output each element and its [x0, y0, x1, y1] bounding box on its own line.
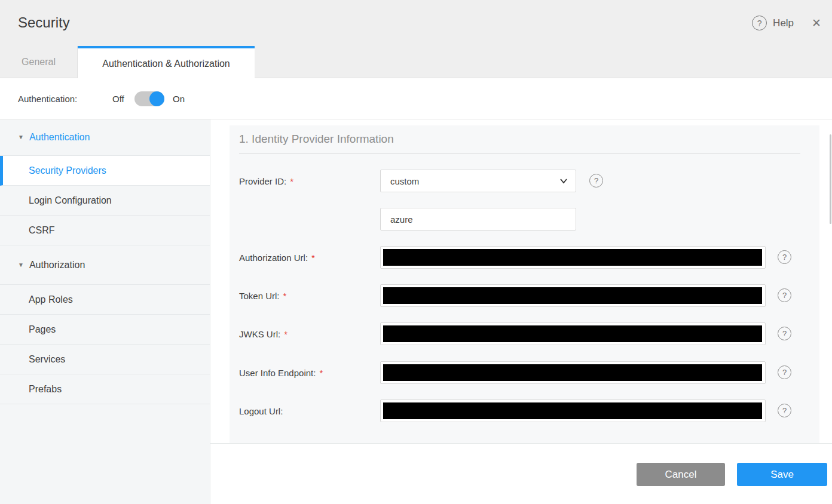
authorization-url-row: Authorization Url: * ? — [239, 246, 819, 269]
authorization-url-label: Authorization Url: * — [239, 246, 375, 269]
jwks-url-label: JWKS Url: * — [239, 322, 375, 345]
sidebar-group-label: Authorization — [29, 260, 85, 271]
sidebar-item-security-providers[interactable]: Security Providers — [0, 156, 210, 186]
tab-authentication-authorization[interactable]: Authentication & Authorization — [78, 46, 255, 79]
identity-provider-panel: 1. Identity Provider Information Provide… — [230, 125, 819, 443]
dialog-body: ▼ Authentication Security Providers Logi… — [0, 119, 832, 504]
provider-id-row: Provider ID: * custom ? — [239, 170, 819, 192]
cancel-button[interactable]: Cancel — [637, 463, 725, 486]
sidebar-group-authentication[interactable]: ▼ Authentication — [0, 119, 210, 156]
toggle-knob — [149, 91, 164, 106]
user-info-endpoint-label: User Info Endpoint: * — [239, 361, 375, 384]
sidebar-item-label: Login Configuration — [29, 195, 112, 206]
provider-id-label: Provider ID: * — [239, 170, 375, 192]
provider-id-selected-value: custom — [390, 170, 419, 192]
authorization-url-input[interactable] — [380, 246, 766, 269]
token-url-input[interactable] — [380, 284, 766, 307]
logout-url-input[interactable] — [380, 399, 766, 422]
token-url-help-icon[interactable]: ? — [778, 288, 791, 302]
sidebar-item-label: App Roles — [29, 294, 73, 305]
jwks-url-row: JWKS Url: * ? — [239, 322, 819, 345]
toggle-on-label: On — [173, 78, 185, 119]
sidebar-item-pages[interactable]: Pages — [0, 315, 210, 345]
header-actions: ? Help ✕ — [752, 0, 821, 46]
sidebar-group-label: Authentication — [29, 132, 90, 143]
help-icon: ? — [752, 16, 767, 30]
save-button[interactable]: Save — [737, 463, 827, 486]
sidebar: ▼ Authentication Security Providers Logi… — [0, 119, 210, 504]
footer-divider — [210, 443, 832, 444]
required-asterisk: * — [319, 368, 323, 378]
tab-general[interactable]: General — [0, 46, 78, 78]
redacted-value — [383, 364, 762, 381]
sidebar-group-authorization[interactable]: ▼ Authorization — [0, 245, 210, 285]
toggle-off-label: Off — [112, 78, 124, 119]
page-title: Security — [18, 14, 70, 31]
provider-name-input[interactable]: azure — [380, 208, 576, 231]
section-title: 1. Identity Provider Information — [239, 133, 394, 146]
required-asterisk: * — [284, 329, 287, 339]
user-info-endpoint-input[interactable] — [380, 361, 766, 384]
tab-auth-label: Authentication & Authorization — [102, 59, 230, 69]
redacted-value — [383, 287, 762, 304]
logout-url-label: Logout Url: — [239, 399, 375, 422]
required-asterisk: * — [290, 176, 293, 186]
dialog-header: Security ? Help ✕ — [0, 0, 832, 46]
sidebar-item-prefabs[interactable]: Prefabs — [0, 374, 210, 404]
provider-name-value: azure — [390, 208, 413, 230]
tab-general-label: General — [22, 57, 56, 67]
provider-id-help-icon[interactable]: ? — [589, 174, 603, 188]
close-icon[interactable]: ✕ — [812, 17, 821, 29]
sidebar-item-label: Prefabs — [29, 384, 62, 395]
provider-name-row: azure — [239, 208, 819, 231]
security-dialog: Security ? Help ✕ General Authentication… — [0, 0, 832, 504]
sidebar-item-csrf[interactable]: CSRF — [0, 216, 210, 245]
authorization-url-help-icon[interactable]: ? — [778, 250, 791, 264]
sidebar-item-label: CSRF — [29, 225, 55, 236]
vertical-scrollbar-thumb[interactable] — [830, 134, 831, 224]
authentication-toggle[interactable] — [134, 91, 164, 106]
provider-id-select[interactable]: custom — [380, 170, 576, 192]
help-label: Help — [773, 17, 794, 29]
token-url-label: Token Url: * — [239, 284, 375, 307]
user-info-endpoint-row: User Info Endpoint: * ? — [239, 361, 819, 384]
redacted-value — [383, 325, 762, 342]
main-content: 1. Identity Provider Information Provide… — [210, 119, 832, 504]
sidebar-item-services[interactable]: Services — [0, 345, 210, 374]
expand-triangle-icon: ▼ — [18, 134, 24, 140]
sidebar-item-app-roles[interactable]: App Roles — [0, 285, 210, 315]
expand-triangle-icon: ▼ — [18, 262, 24, 268]
required-asterisk: * — [311, 253, 315, 263]
logout-url-help-icon[interactable]: ? — [778, 404, 791, 417]
jwks-url-help-icon[interactable]: ? — [778, 327, 791, 340]
sidebar-item-label: Security Providers — [29, 165, 106, 176]
sidebar-item-login-configuration[interactable]: Login Configuration — [0, 186, 210, 216]
help-button[interactable]: ? Help — [752, 16, 794, 30]
user-info-endpoint-help-icon[interactable]: ? — [778, 365, 791, 379]
tab-bar: General Authentication & Authorization — [0, 46, 832, 78]
logout-url-row: Logout Url: ? — [239, 399, 819, 422]
sidebar-item-label: Pages — [29, 324, 56, 335]
authentication-label: Authentication: — [18, 78, 77, 119]
redacted-value — [383, 249, 762, 266]
section-divider — [239, 153, 800, 154]
authentication-toggle-row: Authentication: Off On — [0, 78, 832, 119]
required-asterisk: * — [283, 291, 287, 301]
chevron-down-icon — [559, 176, 568, 186]
jwks-url-input[interactable] — [380, 322, 766, 345]
sidebar-item-label: Services — [29, 354, 65, 365]
token-url-row: Token Url: * ? — [239, 284, 819, 307]
redacted-value — [383, 402, 762, 419]
